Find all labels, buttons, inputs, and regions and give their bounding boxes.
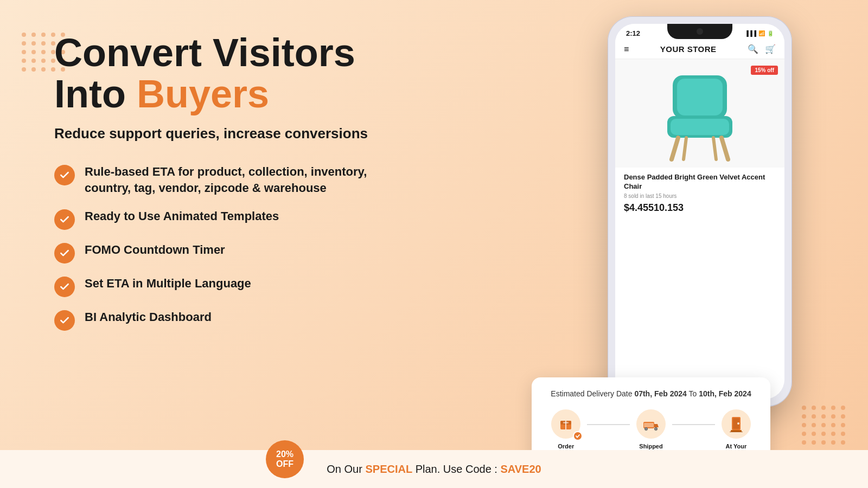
feature-item-3: FOMO Countdown Timer — [54, 242, 467, 264]
product-image-area: 15% off — [615, 59, 784, 168]
bottom-text-part1: On Our — [327, 463, 365, 475]
svg-rect-11 — [563, 422, 569, 423]
svg-rect-3 — [671, 119, 729, 135]
svg-rect-1 — [677, 79, 723, 115]
svg-rect-21 — [731, 430, 742, 432]
bottom-text-special: SPECIAL — [365, 463, 412, 475]
left-content: Convert Visitors Into Buyers Reduce supp… — [54, 33, 467, 331]
svg-line-7 — [713, 138, 716, 159]
phone-wrapper: 2:12 ▐▐▐ 📶 🔋 ≡ YOUR STORE 🔍 🛒 15% off — [564, 16, 835, 461]
status-time: 2:12 — [626, 29, 640, 37]
delivery-title: Estimated Delivery Date 07th, Feb 2024 T… — [545, 388, 757, 400]
delivery-title-part1: Estimated Delivery Date — [551, 389, 634, 398]
phone-screen: 2:12 ▐▐▐ 📶 🔋 ≡ YOUR STORE 🔍 🛒 15% off — [615, 24, 784, 399]
product-price: $4.45510.153 — [624, 202, 776, 214]
check-icon-3 — [54, 243, 75, 264]
svg-line-6 — [684, 138, 686, 159]
bottom-text-code: SAVE20 — [500, 463, 541, 475]
feature-item-5: BI Analytic Dashboard — [54, 309, 467, 331]
phone-frame: 2:12 ▐▐▐ 📶 🔋 ≡ YOUR STORE 🔍 🛒 15% off — [608, 16, 792, 407]
feature-text-1: Rule-based ETA for product, collection, … — [85, 164, 367, 196]
signal-icon: ▐▐▐ — [745, 30, 756, 36]
wifi-icon: 📶 — [758, 30, 765, 36]
store-header: ≡ YOUR STORE 🔍 🛒 — [615, 40, 784, 59]
notch-camera — [697, 28, 703, 35]
svg-point-15 — [646, 428, 647, 430]
delivery-date-to: 10th, Feb 2024 — [699, 389, 751, 398]
check-icon-5 — [54, 310, 75, 331]
step-icon-shipped — [636, 409, 666, 439]
product-name: Dense Padded Bright Green Velvet Accent … — [624, 173, 776, 191]
product-sold: 8 sold in last 15 hours — [624, 193, 776, 199]
check-icon-2 — [54, 209, 75, 230]
features-list: Rule-based ETA for product, collection, … — [54, 164, 467, 330]
step-icon-doorstep — [722, 409, 751, 439]
svg-line-5 — [722, 138, 728, 159]
discount-percent: 20% — [276, 450, 293, 459]
headline-line1: Convert Visitors — [54, 31, 355, 74]
svg-rect-13 — [644, 423, 654, 427]
step-line-2 — [672, 424, 714, 425]
headline-into: Into — [54, 72, 137, 115]
feature-text-5: BI Analytic Dashboard — [85, 309, 212, 325]
check-icon-4 — [54, 277, 75, 297]
discount-tag: 15% off — [751, 66, 778, 75]
check-icon-1 — [54, 165, 75, 185]
bottom-bar: 20% OFF On Our SPECIAL Plan. Use Code : … — [0, 450, 868, 488]
feature-text-2: Ready to Use Animated Templates — [85, 208, 279, 224]
delivery-title-to: To — [687, 389, 699, 398]
svg-rect-22 — [730, 432, 743, 432]
hamburger-icon: ≡ — [624, 44, 629, 54]
search-icon: 🔍 — [748, 44, 758, 54]
chair-image — [656, 65, 743, 162]
subheadline: Reduce support queries, increase convers… — [54, 125, 467, 142]
headline-line2: Into Buyers — [54, 72, 269, 115]
svg-point-20 — [737, 422, 739, 425]
cart-icon: 🛒 — [765, 44, 776, 54]
confirmed-check-icon — [573, 431, 583, 441]
feature-item-1: Rule-based ETA for product, collection, … — [54, 164, 467, 196]
svg-line-4 — [672, 138, 678, 159]
feature-text-3: FOMO Countdown Timer — [85, 242, 225, 258]
feature-item-2: Ready to Use Animated Templates — [54, 208, 467, 230]
product-details: Dense Padded Bright Green Velvet Accent … — [615, 168, 784, 219]
feature-item-4: Set ETA in Multiple Language — [54, 275, 467, 297]
bottom-promo-text: On Our SPECIAL Plan. Use Code : SAVE20 — [327, 463, 541, 476]
store-title: YOUR STORE — [660, 44, 717, 54]
headline: Convert Visitors Into Buyers — [54, 33, 467, 114]
feature-text-4: Set ETA in Multiple Language — [85, 275, 251, 292]
discount-off: OFF — [276, 459, 293, 469]
delivery-date-from: 07th, Feb 2024 — [634, 389, 687, 398]
store-action-icons: 🔍 🛒 — [748, 44, 776, 54]
battery-icon: 🔋 — [767, 30, 774, 36]
svg-point-17 — [655, 428, 657, 430]
bottom-text-part2: Plan. Use Code : — [412, 463, 500, 475]
headline-buyers: Buyers — [137, 72, 269, 115]
discount-badge: 20% OFF — [266, 440, 304, 478]
status-icons: ▐▐▐ 📶 🔋 — [745, 30, 774, 36]
phone-notch — [667, 24, 732, 39]
step-icon-confirmed — [551, 409, 580, 439]
step-label-shipped: Shipped — [639, 443, 662, 450]
step-line-1 — [587, 424, 629, 425]
